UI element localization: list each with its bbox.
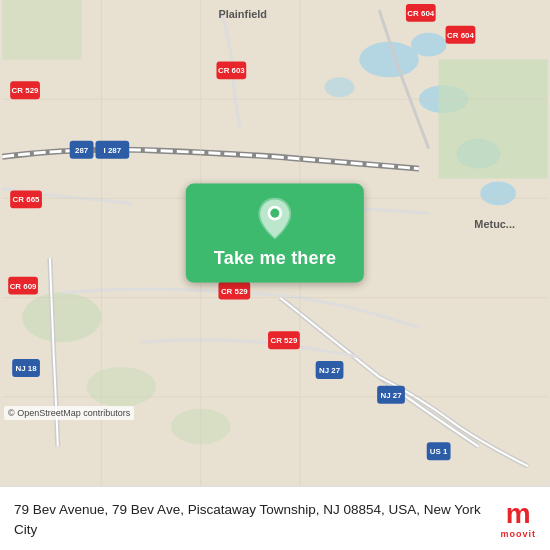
svg-text:NJ 27: NJ 27 [380,391,402,400]
svg-text:CR 604: CR 604 [407,9,434,18]
svg-point-1 [359,42,419,78]
svg-text:287: 287 [75,146,89,155]
svg-text:CR 529: CR 529 [221,287,248,296]
moovit-letter: m [506,500,531,528]
map-container: Plainfield Metuc... CR 604 CR 604 CR 529… [0,0,550,486]
moovit-logo: m moovit [500,500,536,539]
svg-text:US 1: US 1 [430,447,448,456]
svg-point-10 [87,367,156,407]
svg-point-9 [22,293,101,343]
svg-text:Plainfield: Plainfield [218,8,266,20]
svg-point-2 [411,33,447,57]
svg-text:Metuc...: Metuc... [474,218,515,230]
svg-text:CR 665: CR 665 [13,195,40,204]
cta-label: Take me there [214,248,336,269]
location-pin-icon [257,198,293,240]
svg-rect-8 [2,0,81,60]
cta-button-wrapper[interactable]: Take me there [186,184,364,283]
app: Plainfield Metuc... CR 604 CR 604 CR 529… [0,0,550,550]
svg-text:I 287: I 287 [104,146,122,155]
svg-rect-7 [439,60,548,179]
svg-point-6 [325,77,355,97]
svg-text:CR 529: CR 529 [12,86,39,95]
svg-text:CR 604: CR 604 [447,31,474,40]
moovit-brand-name: moovit [500,529,536,539]
svg-text:CR 609: CR 609 [10,282,37,291]
svg-text:CR 529: CR 529 [270,336,297,345]
osm-attribution: © OpenStreetMap contributors [4,406,134,420]
address-text: 79 Bev Avenue, 79 Bev Ave, Piscataway To… [14,500,500,539]
take-me-there-button[interactable]: Take me there [186,184,364,283]
svg-point-5 [480,182,516,206]
svg-text:NJ 27: NJ 27 [319,366,341,375]
svg-text:CR 603: CR 603 [218,66,245,75]
svg-point-52 [270,209,279,218]
info-bar: 79 Bev Avenue, 79 Bev Ave, Piscataway To… [0,486,550,550]
svg-text:NJ 18: NJ 18 [15,364,37,373]
